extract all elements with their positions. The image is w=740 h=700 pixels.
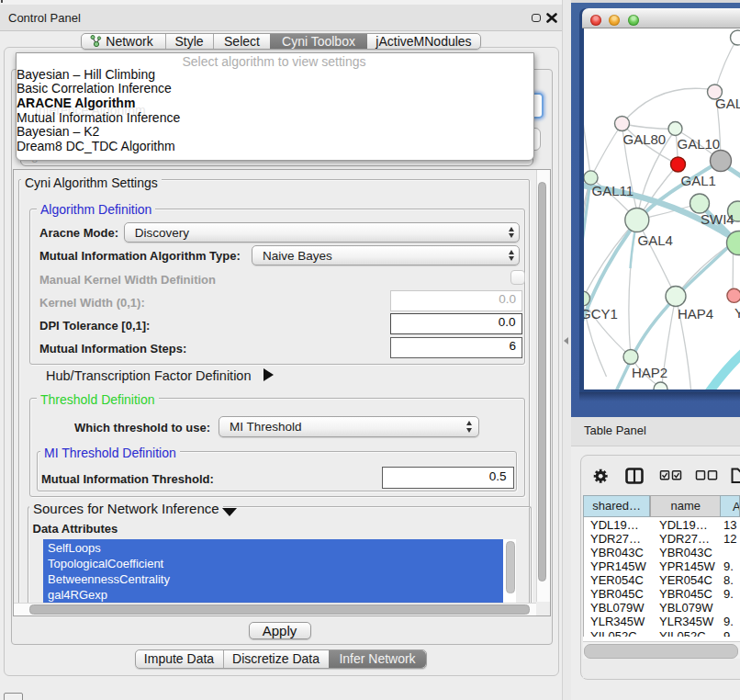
svg-text:SWI4: SWI4 bbox=[701, 211, 734, 227]
svg-text:GCY1: GCY1 bbox=[584, 306, 618, 322]
svg-text:GAL8: GAL8 bbox=[715, 96, 740, 111]
svg-text:HAP2: HAP2 bbox=[632, 365, 667, 380]
svg-text:GAL80: GAL80 bbox=[622, 131, 666, 147]
svg-text:GAL10: GAL10 bbox=[677, 136, 720, 152]
svg-text:GAL1: GAL1 bbox=[680, 173, 715, 188]
svg-text:HAP4: HAP4 bbox=[678, 306, 713, 322]
svg-text:GAL4: GAL4 bbox=[637, 232, 672, 248]
svg-text:Y: Y bbox=[734, 305, 740, 321]
svg-text:GAL11: GAL11 bbox=[591, 183, 633, 198]
